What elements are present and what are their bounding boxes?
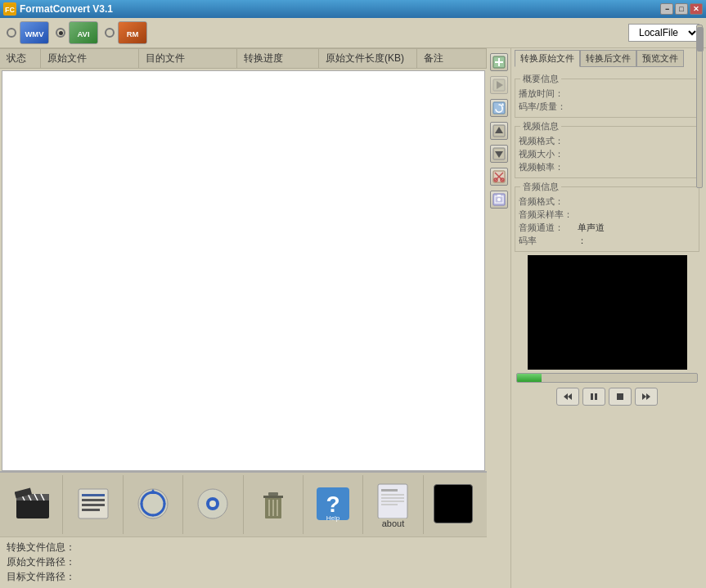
svg-rect-39 bbox=[381, 504, 398, 505]
tab-converted-file[interactable]: 转换后文件 bbox=[580, 50, 636, 67]
about-label: about bbox=[382, 518, 405, 528]
source-path-label: 原始文件路径： bbox=[7, 555, 480, 569]
action-bar bbox=[487, 48, 511, 588]
svg-rect-36 bbox=[381, 494, 404, 496]
svg-text:AVI: AVI bbox=[77, 29, 89, 38]
svg-rect-18 bbox=[82, 504, 105, 506]
audio-format-row: 音频格式： bbox=[519, 195, 695, 208]
audio-group: 音频信息 音频格式： 音频采样率： 音频通道： 单声道 bbox=[515, 186, 699, 252]
list-button[interactable] bbox=[63, 475, 123, 534]
cut-button[interactable] bbox=[490, 168, 508, 186]
bitrate-row: 码率/质量： bbox=[519, 101, 695, 113]
svg-point-59 bbox=[497, 198, 501, 201]
content-area: 状态 原始文件 目的文件 转换进度 原始文件长度(KB) 备注 bbox=[0, 48, 706, 588]
rm-icon: RM bbox=[118, 21, 147, 44]
next-button[interactable] bbox=[635, 388, 658, 406]
move-up-button[interactable] bbox=[490, 122, 508, 140]
overview-group: 概要信息 播放时间： 码率/质量： bbox=[515, 79, 699, 118]
refresh-button[interactable] bbox=[490, 99, 508, 117]
audio-bitrate-value: ： bbox=[578, 235, 587, 247]
black-square-icon bbox=[434, 484, 473, 523]
preview-area bbox=[528, 255, 687, 370]
convert-all-icon bbox=[133, 484, 173, 523]
play-button[interactable] bbox=[490, 76, 508, 94]
clapper-button[interactable] bbox=[3, 475, 63, 534]
prev-button[interactable] bbox=[556, 388, 579, 406]
app-title: FormatConvert V3.1 bbox=[20, 3, 113, 15]
svg-rect-27 bbox=[268, 492, 278, 496]
svg-point-24 bbox=[209, 500, 216, 507]
file-table-body[interactable] bbox=[2, 70, 485, 471]
avi-radio[interactable] bbox=[56, 28, 65, 38]
audio-format-label: 音频格式： bbox=[519, 195, 578, 208]
svg-text:Help: Help bbox=[326, 514, 340, 522]
tab-source-file[interactable]: 转换原始文件 bbox=[515, 50, 580, 67]
format-avi-option[interactable]: AVI bbox=[56, 21, 98, 44]
status-info: 转换文件信息： 原始文件路径： 目标文件路径： bbox=[0, 536, 487, 588]
add-file-button[interactable] bbox=[490, 53, 508, 71]
close-button[interactable]: ✕ bbox=[690, 3, 703, 15]
svg-rect-26 bbox=[263, 496, 283, 498]
about-button[interactable]: about bbox=[363, 475, 423, 534]
video-size-row: 视频大小： bbox=[519, 148, 695, 160]
scrollbar[interactable] bbox=[696, 70, 703, 188]
tab-preview-file[interactable]: 预览文件 bbox=[636, 50, 684, 67]
minimize-button[interactable]: － bbox=[660, 3, 673, 15]
titlebar-buttons: － □ ✕ bbox=[660, 3, 703, 15]
audio-content: 音频格式： 音频采样率： 音频通道： 单声道 码率 bbox=[515, 187, 699, 251]
audio-channel-label: 音频通道： bbox=[519, 222, 578, 234]
move-down-button[interactable] bbox=[490, 145, 508, 163]
maximize-button[interactable]: □ bbox=[675, 3, 688, 15]
toolbar: WMV AVI bbox=[0, 18, 706, 48]
svg-rect-19 bbox=[82, 509, 100, 511]
bottom-toolbar: ? Help bbox=[0, 471, 487, 536]
trash-button[interactable] bbox=[244, 475, 304, 534]
file-area: 状态 原始文件 目的文件 转换进度 原始文件长度(KB) 备注 bbox=[0, 48, 487, 588]
video-format-row: 视频格式： bbox=[519, 135, 695, 147]
pause-button[interactable] bbox=[582, 388, 605, 406]
right-panel: 转换原始文件 转换后文件 预览文件 概要信息 播放时间： 码率/质量： bbox=[511, 48, 706, 588]
playtime-label: 播放时间： bbox=[519, 88, 578, 100]
svg-marker-65 bbox=[642, 393, 646, 400]
svg-text:FC: FC bbox=[5, 6, 15, 14]
playback-controls bbox=[515, 386, 699, 407]
bitrate-label: 码率/质量： bbox=[519, 101, 578, 113]
convert-all-button[interactable] bbox=[124, 475, 183, 534]
svg-rect-62 bbox=[591, 393, 593, 400]
svg-text:?: ? bbox=[326, 491, 340, 517]
localfile-dropdown[interactable]: LocalFile URL bbox=[628, 24, 699, 42]
convert-button[interactable] bbox=[183, 475, 243, 534]
svg-text:WMV: WMV bbox=[25, 29, 44, 38]
audio-channel-row: 音频通道： 单声道 bbox=[519, 222, 695, 234]
tab-bar: 转换原始文件 转换后文件 预览文件 bbox=[515, 50, 703, 67]
svg-rect-35 bbox=[381, 489, 398, 491]
rm-radio[interactable] bbox=[105, 28, 115, 38]
help-button[interactable]: ? Help bbox=[304, 475, 363, 534]
convert-info-label: 转换文件信息： bbox=[7, 541, 480, 554]
audio-channel-value: 单声道 bbox=[578, 222, 605, 234]
svg-rect-64 bbox=[617, 393, 623, 400]
wmv-icon: WMV bbox=[20, 21, 49, 44]
svg-rect-58 bbox=[497, 195, 501, 196]
main-window: WMV AVI bbox=[0, 18, 706, 588]
svg-marker-66 bbox=[646, 393, 650, 400]
progress-bar bbox=[516, 373, 698, 383]
format-wmv-option[interactable]: WMV bbox=[7, 21, 49, 44]
stop-button[interactable] bbox=[609, 388, 632, 406]
screenshot-button[interactable] bbox=[490, 191, 508, 209]
list-icon bbox=[74, 484, 113, 523]
file-table-header: 状态 原始文件 目的文件 转换进度 原始文件长度(KB) 备注 bbox=[0, 48, 487, 69]
convert-icon bbox=[193, 484, 232, 523]
svg-rect-16 bbox=[82, 494, 105, 496]
col-header-progress: 转换进度 bbox=[237, 49, 319, 68]
video-fps-label: 视频帧率： bbox=[519, 161, 578, 173]
wmv-radio[interactable] bbox=[7, 28, 16, 38]
video-content: 视频格式： 视频大小： 视频帧率： bbox=[515, 127, 699, 177]
help-icon: ? Help bbox=[313, 484, 353, 523]
info-sections: 概要信息 播放时间： 码率/质量： 视频信息 bbox=[515, 70, 703, 586]
format-rm-option[interactable]: RM bbox=[105, 21, 147, 44]
clapper-icon bbox=[13, 484, 52, 523]
col-header-length: 原始文件长度(KB) bbox=[319, 49, 417, 68]
black-square-button[interactable] bbox=[424, 475, 483, 534]
video-legend: 视频信息 bbox=[520, 120, 561, 132]
